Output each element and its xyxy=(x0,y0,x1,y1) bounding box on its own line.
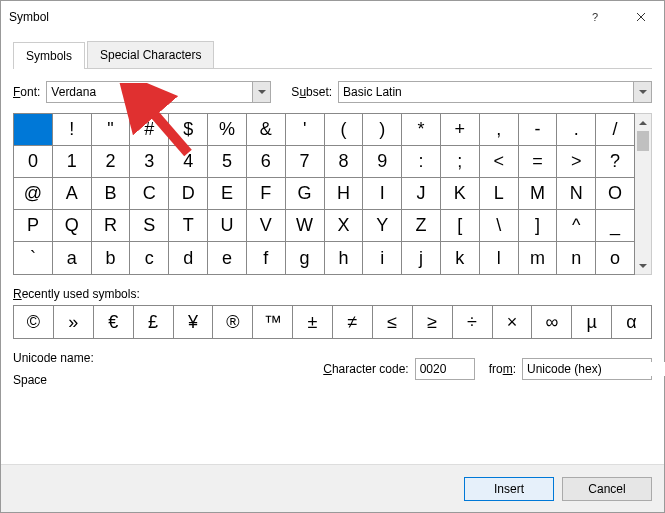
symbol-cell[interactable]: \ xyxy=(480,210,519,242)
symbol-cell[interactable]: % xyxy=(208,114,247,146)
symbol-cell[interactable]: ! xyxy=(53,114,92,146)
symbol-cell[interactable]: ) xyxy=(363,114,402,146)
recent-symbol-cell[interactable]: α xyxy=(612,306,651,338)
symbol-cell[interactable]: 0 xyxy=(14,146,53,178)
symbol-cell[interactable]: B xyxy=(92,178,131,210)
recent-symbol-cell[interactable]: ™ xyxy=(253,306,293,338)
recent-symbol-cell[interactable]: ¥ xyxy=(174,306,214,338)
symbol-cell[interactable]: & xyxy=(247,114,286,146)
symbol-cell[interactable]: i xyxy=(363,242,402,274)
cancel-button[interactable]: Cancel xyxy=(562,477,652,501)
font-dropdown-button[interactable] xyxy=(252,82,270,102)
symbol-cell[interactable]: 3 xyxy=(130,146,169,178)
symbol-cell[interactable]: h xyxy=(325,242,364,274)
symbol-cell[interactable]: P xyxy=(14,210,53,242)
symbol-cell[interactable]: N xyxy=(557,178,596,210)
symbol-cell[interactable]: 5 xyxy=(208,146,247,178)
symbol-cell[interactable]: A xyxy=(53,178,92,210)
tab-special-characters[interactable]: Special Characters xyxy=(87,41,214,68)
symbol-cell[interactable]: I xyxy=(363,178,402,210)
symbol-cell[interactable]: S xyxy=(130,210,169,242)
symbol-cell[interactable]: E xyxy=(208,178,247,210)
symbol-cell[interactable]: < xyxy=(480,146,519,178)
symbol-cell[interactable]: m xyxy=(519,242,558,274)
symbol-cell[interactable]: 2 xyxy=(92,146,131,178)
subset-dropdown-button[interactable] xyxy=(633,82,651,102)
symbol-cell[interactable]: F xyxy=(247,178,286,210)
symbol-cell[interactable]: e xyxy=(208,242,247,274)
symbol-cell[interactable]: W xyxy=(286,210,325,242)
scroll-up-button[interactable] xyxy=(635,114,651,131)
font-combo[interactable] xyxy=(46,81,271,103)
symbol-cell[interactable]: [ xyxy=(441,210,480,242)
symbol-cell[interactable]: ( xyxy=(325,114,364,146)
symbol-cell[interactable]: / xyxy=(596,114,634,146)
recent-symbol-cell[interactable]: ≥ xyxy=(413,306,453,338)
scroll-down-button[interactable] xyxy=(635,257,651,274)
from-input[interactable] xyxy=(523,362,665,376)
symbol-cell[interactable]: l xyxy=(480,242,519,274)
recent-symbol-cell[interactable]: ® xyxy=(213,306,253,338)
symbol-cell[interactable]: c xyxy=(130,242,169,274)
scroll-track[interactable] xyxy=(635,131,651,257)
symbol-cell[interactable]: M xyxy=(519,178,558,210)
recent-symbol-cell[interactable]: × xyxy=(493,306,533,338)
symbol-cell[interactable]: ; xyxy=(441,146,480,178)
symbol-cell[interactable]: 1 xyxy=(53,146,92,178)
symbol-cell[interactable]: # xyxy=(130,114,169,146)
symbol-cell[interactable]: 4 xyxy=(169,146,208,178)
symbol-cell[interactable]: . xyxy=(557,114,596,146)
symbol-cell[interactable]: L xyxy=(480,178,519,210)
symbol-cell[interactable]: 9 xyxy=(363,146,402,178)
recent-symbol-cell[interactable]: ≤ xyxy=(373,306,413,338)
symbol-cell[interactable]: = xyxy=(519,146,558,178)
char-code-input[interactable] xyxy=(415,358,475,380)
symbol-cell[interactable]: Q xyxy=(53,210,92,242)
symbol-cell[interactable]: ^ xyxy=(557,210,596,242)
symbol-cell[interactable]: d xyxy=(169,242,208,274)
symbol-cell[interactable]: _ xyxy=(596,210,634,242)
tab-symbols[interactable]: Symbols xyxy=(13,42,85,69)
symbol-cell[interactable]: V xyxy=(247,210,286,242)
close-button[interactable] xyxy=(618,1,664,33)
recent-symbol-cell[interactable]: © xyxy=(14,306,54,338)
recent-symbol-cell[interactable]: € xyxy=(94,306,134,338)
symbol-cell[interactable]: J xyxy=(402,178,441,210)
symbol-cell[interactable]: ` xyxy=(14,242,53,274)
symbol-cell[interactable]: > xyxy=(557,146,596,178)
symbol-cell[interactable]: + xyxy=(441,114,480,146)
symbol-cell[interactable]: k xyxy=(441,242,480,274)
symbol-cell[interactable]: 7 xyxy=(286,146,325,178)
symbol-cell[interactable]: $ xyxy=(169,114,208,146)
symbol-cell[interactable]: C xyxy=(130,178,169,210)
symbol-cell[interactable]: n xyxy=(557,242,596,274)
recent-symbol-cell[interactable]: µ xyxy=(572,306,612,338)
symbol-cell[interactable]: , xyxy=(480,114,519,146)
symbol-cell[interactable]: G xyxy=(286,178,325,210)
help-button[interactable]: ? xyxy=(572,1,618,33)
symbol-cell[interactable]: X xyxy=(325,210,364,242)
symbol-cell[interactable]: ? xyxy=(596,146,634,178)
symbol-cell[interactable]: a xyxy=(53,242,92,274)
recent-symbol-cell[interactable]: ∞ xyxy=(532,306,572,338)
symbol-cell[interactable]: f xyxy=(247,242,286,274)
subset-input[interactable] xyxy=(339,85,633,99)
grid-scrollbar[interactable] xyxy=(635,113,652,275)
symbol-cell[interactable]: - xyxy=(519,114,558,146)
recent-symbol-cell[interactable]: £ xyxy=(134,306,174,338)
recent-symbol-cell[interactable]: ÷ xyxy=(453,306,493,338)
subset-combo[interactable] xyxy=(338,81,652,103)
recent-symbol-cell[interactable]: ± xyxy=(293,306,333,338)
symbol-cell[interactable]: : xyxy=(402,146,441,178)
symbol-cell[interactable]: o xyxy=(596,242,634,274)
symbol-cell[interactable]: Y xyxy=(363,210,402,242)
symbol-cell[interactable] xyxy=(14,114,53,146)
symbol-cell[interactable]: D xyxy=(169,178,208,210)
symbol-cell[interactable]: Z xyxy=(402,210,441,242)
recent-symbol-cell[interactable]: » xyxy=(54,306,94,338)
symbol-cell[interactable]: K xyxy=(441,178,480,210)
symbol-cell[interactable]: 6 xyxy=(247,146,286,178)
recent-symbol-cell[interactable]: ≠ xyxy=(333,306,373,338)
symbol-cell[interactable]: " xyxy=(92,114,131,146)
insert-button[interactable]: Insert xyxy=(464,477,554,501)
